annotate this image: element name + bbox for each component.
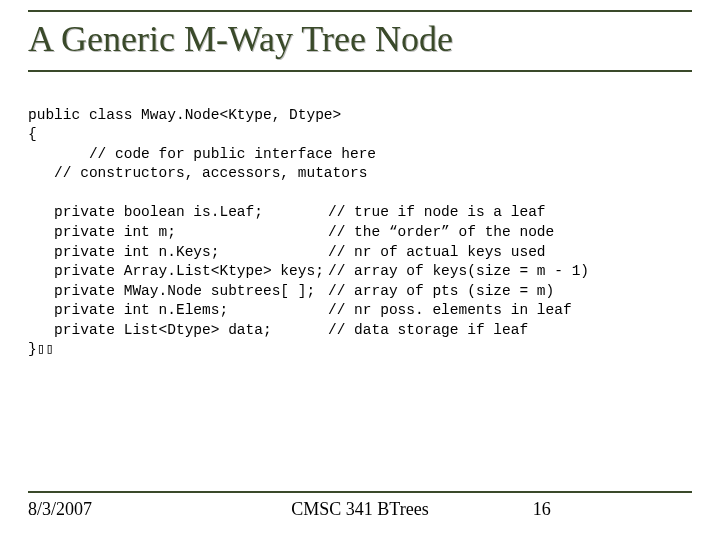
title-rule: A Generic M-Way Tree Node [28, 10, 692, 72]
slide-title: A Generic M-Way Tree Node [28, 18, 692, 60]
footer-center: CMSC 341 BTrees [247, 499, 473, 520]
code-line: // code for public interface here [28, 146, 376, 162]
code-line: public class Mway.Node<Ktype, Dtype> [28, 107, 341, 123]
footer: 8/3/2007 CMSC 341 BTrees 16 [28, 491, 692, 520]
code-field: private int m;// the “order” of the node [28, 224, 554, 240]
code-line: }▯▯ [28, 341, 54, 357]
code-field: private int n.Keys;// nr of actual keys … [28, 244, 546, 260]
code-field: private MWay.Node subtrees[ ];// array o… [28, 283, 554, 299]
code-field: private boolean is.Leaf;// true if node … [28, 204, 546, 220]
code-field: private Array.List<Ktype> keys;// array … [28, 263, 589, 279]
code-field: private List<Dtype> data;// data storage… [28, 322, 528, 338]
slide: A Generic M-Way Tree Node public class M… [0, 0, 720, 540]
code-field: private int n.Elems;// nr poss. elements… [28, 302, 572, 318]
code-block: public class Mway.Node<Ktype, Dtype> { /… [28, 86, 692, 360]
footer-date: 8/3/2007 [28, 499, 247, 520]
code-line: { [28, 126, 37, 142]
footer-page: 16 [473, 499, 692, 520]
code-line: // constructors, accessors, mutators [28, 165, 367, 181]
